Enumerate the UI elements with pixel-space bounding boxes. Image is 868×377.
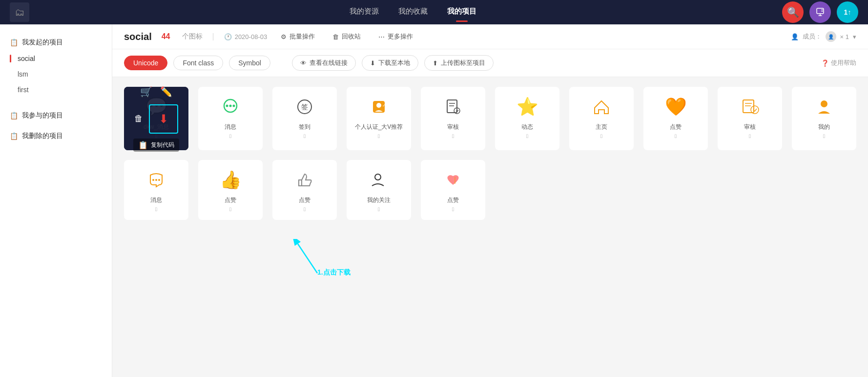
icon-code-review2:  [749, 133, 751, 139]
svg-point-8 [376, 103, 381, 108]
upload-button[interactable]: ⬆ 上传图标至项目 [424, 55, 494, 71]
nav-right: 🔍 1↑ [782, 1, 858, 23]
icon-card-dynamic[interactable]: ⭐ 动态  [495, 87, 559, 150]
icon-card-signin[interactable]: 签 签到  [272, 87, 337, 150]
header-right: 👤 成员： 👤 × 1 ▾ [791, 31, 856, 42]
icon-code-signin:  [304, 133, 306, 139]
tab-fontclass[interactable]: Font class [173, 56, 223, 70]
svg-point-18 [821, 100, 827, 107]
icon-name-review: 审核 [447, 123, 459, 131]
help-icon: ❓ [821, 60, 829, 67]
eye-icon: 👁 [300, 60, 307, 67]
icon-visual-like2: 👍 [218, 168, 243, 192]
sidebar-project-first[interactable]: first [0, 82, 112, 98]
my-participated-icon: 📋 [10, 112, 18, 119]
svg-point-22 [375, 174, 381, 180]
date-value: 2020-08-03 [235, 33, 268, 40]
project-title: social [124, 31, 152, 42]
more-op-button[interactable]: ⋯ 更多操作 [374, 30, 417, 43]
member-label: 成员： [803, 32, 822, 41]
icon-code-following:  [378, 206, 380, 212]
icon-card-dkw-message[interactable]: 💬 dkw_消息  🛒 ✏️ 🗑 ⬇ [124, 87, 188, 150]
sidebar-item-my-deleted[interactable]: 📋 我删除的项目 [0, 128, 112, 144]
top-nav: 🗂 我的资源 我的收藏 我的项目 🔍 1↑ [0, 0, 868, 24]
icon-code-review:  [452, 133, 454, 139]
icon-code-like3:  [304, 206, 306, 212]
copy-code-button[interactable]: 📋 复制代码 [133, 139, 179, 152]
logo: 🗂 [10, 2, 29, 22]
icon-visual-review [441, 95, 465, 119]
svg-point-4 [233, 105, 235, 107]
icon-count: 44 [162, 32, 170, 41]
icon-name-review2: 审核 [744, 123, 756, 131]
icon-code-like2:  [229, 206, 231, 212]
icon-card-message[interactable]: 消息  [198, 87, 263, 150]
svg-rect-10 [447, 100, 457, 113]
icon-card-mine[interactable]: 我的  [792, 87, 856, 150]
icon-visual-mine [812, 95, 836, 119]
card-overlay: 🛒 ✏️ 🗑 ⬇ 📋 复制代码 [124, 87, 188, 150]
icon-code-message2:  [155, 206, 157, 212]
cart-icon-btn[interactable]: 🛒 [140, 86, 152, 98]
icon-visual-message2 [144, 168, 168, 192]
content-header: social 44 个图标 | 🕐 2020-08-03 ⚙ 批量操作 🗑 回收… [112, 24, 868, 49]
tab-symbol[interactable]: Symbol [229, 56, 270, 70]
nav-my-resources[interactable]: 我的资源 [350, 7, 379, 18]
icon-code-dynamic:  [526, 133, 528, 139]
edit-icon-btn[interactable]: ✏️ [160, 86, 172, 98]
user-button[interactable]: 1↑ [837, 1, 858, 23]
sidebar-project-lsm[interactable]: lsm [0, 66, 112, 82]
view-online-button[interactable]: 👁 查看在线链接 [292, 55, 356, 71]
icon-name-like3: 点赞 [299, 196, 310, 204]
icons-grid: 💬 dkw_消息  🛒 ✏️ 🗑 ⬇ [112, 77, 868, 230]
icon-name-signin: 签到 [299, 123, 310, 131]
sidebar-project-social[interactable]: social [0, 51, 112, 66]
help-button[interactable]: ❓ 使用帮助 [821, 59, 856, 67]
recycle-button[interactable]: 🗑 回收站 [329, 30, 365, 43]
icon-name-mine: 我的 [818, 123, 830, 131]
recycle-icon: 🗑 [332, 33, 339, 40]
icon-name-dynamic: 动态 [521, 123, 533, 131]
batch-icon: ⚙ [281, 33, 287, 40]
copy-label: 复制代码 [151, 141, 174, 149]
search-button[interactable]: 🔍 [782, 1, 804, 23]
icon-code-like1:  [675, 133, 677, 139]
icon-visual-dynamic: ⭐ [515, 95, 539, 119]
member-avatar: 👤 [826, 31, 836, 42]
sidebar-item-my-started[interactable]: 📋 我发起的项目 [0, 34, 112, 51]
delete-icon-btn[interactable]: 🗑 [134, 114, 143, 124]
header-separator-1: | [212, 32, 214, 41]
icon-card-like1[interactable]: 🧡 点赞  [643, 87, 708, 150]
nav-my-favorites[interactable]: 我的收藏 [398, 7, 428, 18]
icon-card-like3[interactable]: 点赞  [272, 160, 337, 220]
svg-point-15 [751, 106, 759, 114]
sidebar-item-my-participated[interactable]: 📋 我参与的项目 [0, 107, 112, 124]
icon-visual-like3 [292, 168, 317, 192]
icon-card-review[interactable]: 审核  [421, 87, 485, 150]
icon-visual-following [367, 168, 391, 192]
icon-card-review2[interactable]: 审核  [718, 87, 782, 150]
icon-card-homepage[interactable]: 主页  [569, 87, 634, 150]
icon-visual-review2 [738, 95, 762, 119]
tab-unicode[interactable]: Unicode [124, 56, 167, 70]
svg-point-19 [152, 179, 154, 181]
icon-name-like4: 点赞 [447, 196, 459, 204]
icon-card-auth[interactable]: ✓ 个人认证_大V推荐  [347, 87, 411, 150]
download-icon: ⬇ [370, 60, 375, 67]
icon-card-like2[interactable]: 👍 点赞  [198, 160, 263, 220]
my-deleted-label: 我删除的项目 [22, 132, 63, 140]
icon-card-message2[interactable]: 消息  [124, 160, 188, 220]
icon-card-like4[interactable]: 点赞  [421, 160, 485, 220]
my-started-label: 我发起的项目 [22, 38, 63, 47]
icon-code-auth:  [378, 133, 380, 139]
icon-card-following[interactable]: 我的关注  [347, 160, 411, 220]
nav-my-projects[interactable]: 我的项目 [447, 7, 476, 18]
batch-op-button[interactable]: ⚙ 批量操作 [277, 30, 319, 43]
svg-point-21 [158, 179, 160, 181]
member-count: × 1 [840, 33, 849, 40]
download-icon-btn[interactable]: ⬇ [149, 104, 178, 134]
click-hint: 1.点击下载 [317, 268, 351, 277]
sidebar: 📋 我发起的项目 social lsm first 📋 我参与的项目 📋 我删除… [0, 24, 112, 377]
download-button[interactable]: ⬇ 下载至本地 [362, 55, 418, 71]
add-button[interactable] [809, 1, 831, 23]
